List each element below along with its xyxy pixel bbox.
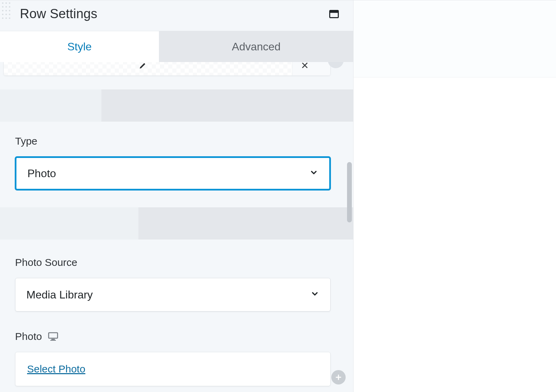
app-root: Row Settings Style Advanced ✕ (0, 0, 556, 392)
color-preview-card[interactable] (3, 62, 331, 76)
tab-style[interactable]: Style (0, 31, 159, 62)
scrollbar-thumb[interactable] (347, 162, 352, 222)
tab-style-label: Style (67, 40, 91, 53)
type-select[interactable]: Photo (15, 157, 331, 190)
field-photo: Photo Select Photo (0, 311, 353, 386)
plus-icon (335, 373, 342, 381)
photo-source-select[interactable]: Media Library (15, 278, 331, 311)
photo-source-select-value: Media Library (26, 289, 93, 301)
chevron-down-icon (309, 167, 318, 180)
field-type-label: Type (15, 135, 331, 147)
add-button[interactable] (331, 370, 346, 384)
svg-rect-2 (49, 333, 58, 338)
panel-title: Row Settings (20, 7, 97, 21)
tabs: Style Advanced (0, 31, 353, 62)
field-photo-source: Photo Source Media Library (0, 240, 353, 311)
tab-advanced-label: Advanced (232, 40, 281, 53)
field-photo-label-text: Photo (15, 331, 42, 342)
maximize-button[interactable] (328, 9, 340, 20)
field-type: Type Photo (0, 122, 353, 190)
canvas-area[interactable] (354, 0, 556, 392)
select-photo-link[interactable]: Select Photo (27, 363, 85, 375)
window-icon (329, 10, 339, 18)
svg-rect-1 (330, 10, 338, 13)
tab-advanced[interactable]: Advanced (159, 31, 353, 62)
settings-panel: Row Settings Style Advanced ✕ (0, 0, 354, 392)
desktop-icon[interactable] (48, 332, 58, 341)
section-background-photo-header[interactable]: Background Photo (0, 207, 353, 240)
settings-scroll-area[interactable]: ✕ Background Type Photo (0, 62, 353, 392)
field-photo-label: Photo (15, 331, 331, 342)
clear-icon[interactable]: ✕ (301, 62, 309, 71)
pencil-icon (139, 62, 147, 70)
svg-rect-4 (50, 340, 56, 341)
drag-handle-icon[interactable] (2, 2, 10, 19)
photo-picker-card: Select Photo (15, 352, 331, 386)
section-background-header[interactable]: Background (0, 89, 353, 122)
chevron-down-icon (310, 289, 319, 301)
canvas-top-band (354, 0, 556, 77)
field-photo-source-label: Photo Source (15, 257, 331, 268)
panel-header: Row Settings (0, 0, 353, 31)
type-select-value: Photo (27, 167, 56, 180)
svg-rect-3 (51, 339, 55, 340)
